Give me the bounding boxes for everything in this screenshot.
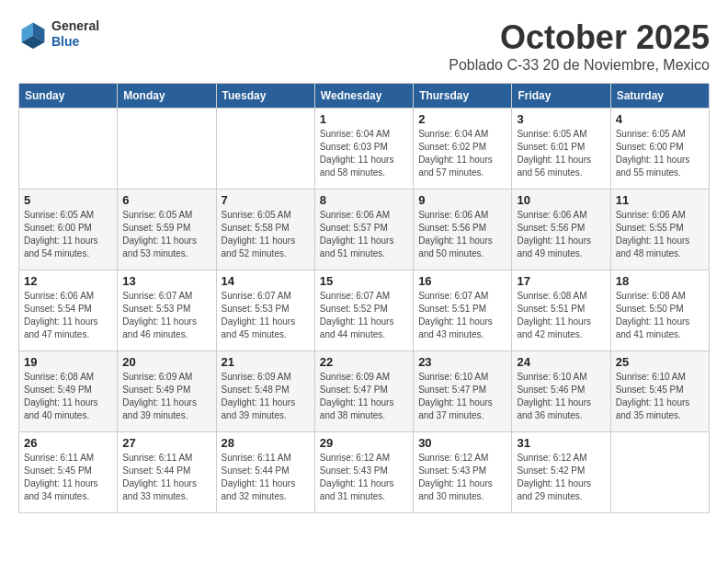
calendar-cell: 26Sunrise: 6:11 AM Sunset: 5:45 PM Dayli…	[19, 432, 118, 513]
day-number: 26	[24, 436, 112, 450]
day-info: Sunrise: 6:06 AM Sunset: 5:56 PM Dayligh…	[517, 209, 605, 260]
logo: General Blue	[18, 18, 99, 50]
calendar-cell: 22Sunrise: 6:09 AM Sunset: 5:47 PM Dayli…	[314, 351, 413, 432]
day-number: 15	[320, 274, 408, 288]
day-number: 23	[418, 355, 506, 369]
calendar-cell: 4Sunrise: 6:05 AM Sunset: 6:00 PM Daylig…	[610, 109, 709, 190]
calendar-cell: 5Sunrise: 6:05 AM Sunset: 6:00 PM Daylig…	[19, 190, 118, 270]
weekday-header-monday: Monday	[118, 84, 216, 109]
weekday-header-row: SundayMondayTuesdayWednesdayThursdayFrid…	[19, 84, 710, 109]
calendar-cell: 27Sunrise: 6:11 AM Sunset: 5:44 PM Dayli…	[118, 432, 216, 513]
calendar-cell: 3Sunrise: 6:05 AM Sunset: 6:01 PM Daylig…	[512, 109, 610, 190]
calendar-cell: 13Sunrise: 6:07 AM Sunset: 5:53 PM Dayli…	[118, 270, 216, 351]
weekday-header-sunday: Sunday	[19, 84, 118, 109]
calendar-week-row: 26Sunrise: 6:11 AM Sunset: 5:45 PM Dayli…	[19, 432, 710, 513]
calendar-cell: 20Sunrise: 6:09 AM Sunset: 5:49 PM Dayli…	[118, 351, 216, 432]
day-number: 27	[122, 436, 210, 450]
day-number: 4	[616, 112, 704, 126]
calendar-cell: 19Sunrise: 6:08 AM Sunset: 5:49 PM Dayli…	[19, 351, 118, 432]
calendar-cell: 7Sunrise: 6:05 AM Sunset: 5:58 PM Daylig…	[216, 190, 314, 270]
day-number: 31	[517, 436, 605, 450]
calendar-cell: 6Sunrise: 6:05 AM Sunset: 5:59 PM Daylig…	[118, 190, 216, 270]
day-info: Sunrise: 6:10 AM Sunset: 5:45 PM Dayligh…	[616, 371, 704, 422]
day-info: Sunrise: 6:11 AM Sunset: 5:45 PM Dayligh…	[24, 452, 112, 503]
page-header: General Blue October 2025 Poblado C-33 2…	[18, 18, 710, 74]
day-number: 25	[616, 355, 704, 369]
day-info: Sunrise: 6:04 AM Sunset: 6:02 PM Dayligh…	[418, 128, 506, 179]
day-info: Sunrise: 6:04 AM Sunset: 6:03 PM Dayligh…	[320, 128, 408, 179]
logo-line1: General	[51, 18, 99, 34]
day-info: Sunrise: 6:05 AM Sunset: 6:00 PM Dayligh…	[616, 128, 704, 179]
day-info: Sunrise: 6:11 AM Sunset: 5:44 PM Dayligh…	[122, 452, 210, 503]
calendar-cell: 24Sunrise: 6:10 AM Sunset: 5:46 PM Dayli…	[512, 351, 610, 432]
weekday-header-wednesday: Wednesday	[314, 84, 413, 109]
day-info: Sunrise: 6:12 AM Sunset: 5:42 PM Dayligh…	[517, 452, 605, 503]
day-info: Sunrise: 6:10 AM Sunset: 5:46 PM Dayligh…	[517, 371, 605, 422]
calendar-cell: 28Sunrise: 6:11 AM Sunset: 5:44 PM Dayli…	[216, 432, 314, 513]
month-title: October 2025	[449, 18, 710, 57]
calendar-body: 1Sunrise: 6:04 AM Sunset: 6:03 PM Daylig…	[19, 109, 710, 513]
calendar-cell: 9Sunrise: 6:06 AM Sunset: 5:56 PM Daylig…	[414, 190, 512, 270]
calendar-cell: 31Sunrise: 6:12 AM Sunset: 5:42 PM Dayli…	[512, 432, 610, 513]
calendar-cell: 15Sunrise: 6:07 AM Sunset: 5:52 PM Dayli…	[314, 270, 413, 351]
day-number: 7	[222, 193, 310, 207]
day-number: 24	[517, 355, 605, 369]
day-info: Sunrise: 6:11 AM Sunset: 5:44 PM Dayligh…	[222, 452, 310, 503]
day-number: 11	[616, 193, 704, 207]
day-number: 3	[517, 112, 605, 126]
day-info: Sunrise: 6:08 AM Sunset: 5:49 PM Dayligh…	[24, 371, 112, 422]
day-info: Sunrise: 6:05 AM Sunset: 5:59 PM Dayligh…	[122, 209, 210, 260]
day-number: 13	[122, 274, 210, 288]
day-number: 30	[418, 436, 506, 450]
location-subtitle: Poblado C-33 20 de Noviembre, Mexico	[449, 57, 710, 74]
day-info: Sunrise: 6:08 AM Sunset: 5:50 PM Dayligh…	[616, 290, 704, 341]
day-number: 22	[320, 355, 408, 369]
day-info: Sunrise: 6:12 AM Sunset: 5:43 PM Dayligh…	[320, 452, 408, 503]
day-info: Sunrise: 6:08 AM Sunset: 5:51 PM Dayligh…	[517, 290, 605, 341]
calendar-cell: 21Sunrise: 6:09 AM Sunset: 5:48 PM Dayli…	[216, 351, 314, 432]
weekday-header-saturday: Saturday	[610, 84, 709, 109]
title-block: October 2025 Poblado C-33 20 de Noviembr…	[449, 18, 710, 74]
calendar-cell	[19, 109, 118, 190]
calendar-cell: 29Sunrise: 6:12 AM Sunset: 5:43 PM Dayli…	[314, 432, 413, 513]
day-number: 28	[222, 436, 310, 450]
calendar-header: SundayMondayTuesdayWednesdayThursdayFrid…	[19, 84, 710, 109]
logo-icon	[18, 19, 48, 49]
calendar-cell: 25Sunrise: 6:10 AM Sunset: 5:45 PM Dayli…	[610, 351, 709, 432]
day-number: 21	[222, 355, 310, 369]
day-info: Sunrise: 6:07 AM Sunset: 5:51 PM Dayligh…	[418, 290, 506, 341]
calendar-cell: 10Sunrise: 6:06 AM Sunset: 5:56 PM Dayli…	[512, 190, 610, 270]
calendar-cell: 30Sunrise: 6:12 AM Sunset: 5:43 PM Dayli…	[414, 432, 512, 513]
day-info: Sunrise: 6:10 AM Sunset: 5:47 PM Dayligh…	[418, 371, 506, 422]
calendar-cell: 11Sunrise: 6:06 AM Sunset: 5:55 PM Dayli…	[610, 190, 709, 270]
calendar-table: SundayMondayTuesdayWednesdayThursdayFrid…	[18, 83, 710, 513]
day-info: Sunrise: 6:07 AM Sunset: 5:53 PM Dayligh…	[122, 290, 210, 341]
day-number: 12	[24, 274, 112, 288]
day-info: Sunrise: 6:06 AM Sunset: 5:54 PM Dayligh…	[24, 290, 112, 341]
calendar-cell	[610, 432, 709, 513]
day-number: 6	[122, 193, 210, 207]
day-info: Sunrise: 6:09 AM Sunset: 5:49 PM Dayligh…	[122, 371, 210, 422]
day-number: 17	[517, 274, 605, 288]
calendar-week-row: 1Sunrise: 6:04 AM Sunset: 6:03 PM Daylig…	[19, 109, 710, 190]
day-number: 9	[418, 193, 506, 207]
logo-line2: Blue	[51, 34, 99, 50]
weekday-header-tuesday: Tuesday	[216, 84, 314, 109]
day-info: Sunrise: 6:05 AM Sunset: 5:58 PM Dayligh…	[222, 209, 310, 260]
day-number: 5	[24, 193, 112, 207]
calendar-cell: 2Sunrise: 6:04 AM Sunset: 6:02 PM Daylig…	[414, 109, 512, 190]
day-number: 14	[222, 274, 310, 288]
calendar-cell: 1Sunrise: 6:04 AM Sunset: 6:03 PM Daylig…	[314, 109, 413, 190]
day-info: Sunrise: 6:07 AM Sunset: 5:52 PM Dayligh…	[320, 290, 408, 341]
day-number: 18	[616, 274, 704, 288]
calendar-cell: 8Sunrise: 6:06 AM Sunset: 5:57 PM Daylig…	[314, 190, 413, 270]
logo-text-block: General Blue	[51, 18, 99, 50]
calendar-cell: 14Sunrise: 6:07 AM Sunset: 5:53 PM Dayli…	[216, 270, 314, 351]
calendar-cell: 23Sunrise: 6:10 AM Sunset: 5:47 PM Dayli…	[414, 351, 512, 432]
calendar-cell	[216, 109, 314, 190]
calendar-cell: 18Sunrise: 6:08 AM Sunset: 5:50 PM Dayli…	[610, 270, 709, 351]
day-info: Sunrise: 6:06 AM Sunset: 5:56 PM Dayligh…	[418, 209, 506, 260]
day-number: 16	[418, 274, 506, 288]
calendar-week-row: 12Sunrise: 6:06 AM Sunset: 5:54 PM Dayli…	[19, 270, 710, 351]
day-info: Sunrise: 6:06 AM Sunset: 5:57 PM Dayligh…	[320, 209, 408, 260]
